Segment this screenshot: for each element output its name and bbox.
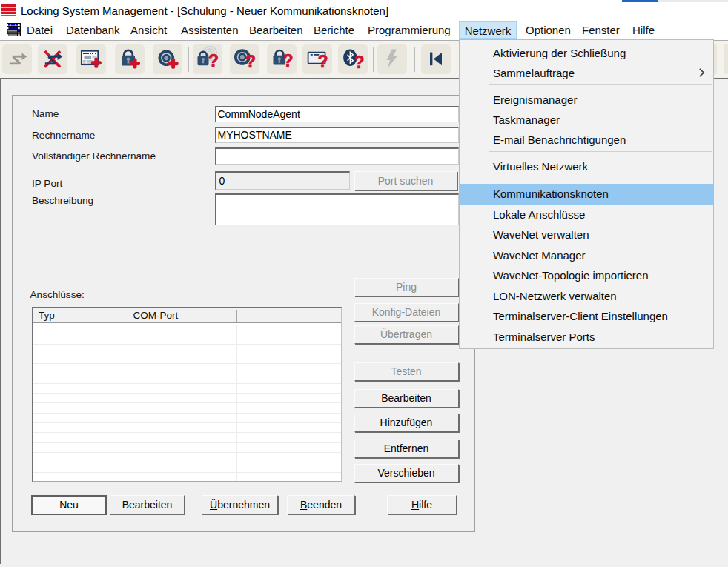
svg-text:?: ? xyxy=(354,53,365,72)
svg-text:?: ? xyxy=(208,51,219,70)
svg-text:?: ? xyxy=(283,51,294,70)
svg-text:?: ? xyxy=(245,52,256,71)
svg-text:?: ? xyxy=(318,52,328,71)
